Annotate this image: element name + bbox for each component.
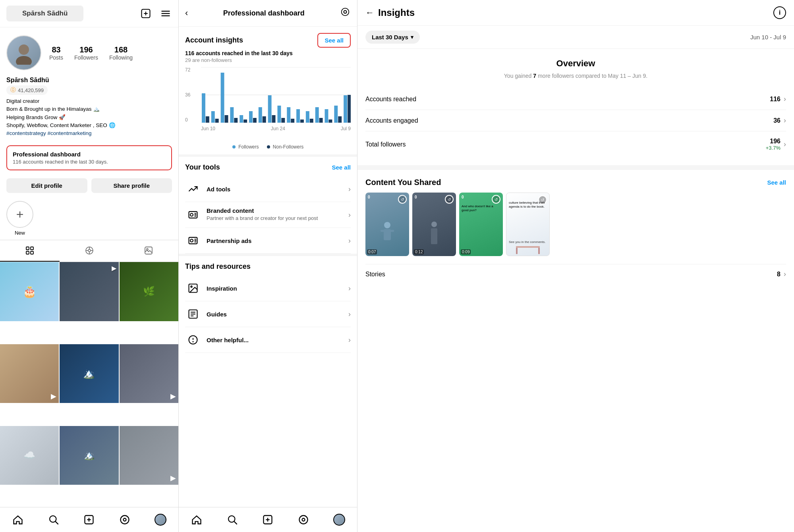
photo-cell-8[interactable]: 🏔️ bbox=[60, 426, 118, 485]
tool-guides[interactable]: Guides › bbox=[185, 301, 351, 327]
account-insights-see-all[interactable]: See all bbox=[317, 33, 351, 48]
menu-icon[interactable] bbox=[159, 7, 172, 20]
svg-point-82 bbox=[193, 341, 193, 342]
svg-rect-10 bbox=[26, 251, 29, 254]
stat-accounts-reached[interactable]: Accounts reached 116 › bbox=[365, 89, 786, 110]
tool-ad-tools[interactable]: Ad tools › bbox=[185, 176, 351, 202]
stories-value-row: 8 › bbox=[777, 270, 786, 278]
branded-content-desc: Partner with a brand or creator for your… bbox=[207, 215, 343, 222]
nav-reels[interactable] bbox=[107, 511, 143, 528]
thumb-text-3: And who doesn't like a good pun? bbox=[462, 204, 500, 213]
content-see-all[interactable]: See all bbox=[767, 179, 786, 186]
thumb-num-1: 0 bbox=[368, 195, 370, 199]
tool-other[interactable]: Other helpful... › bbox=[185, 327, 351, 353]
x-label-jun24: Jun 24 bbox=[271, 126, 285, 131]
new-label: New bbox=[15, 230, 25, 236]
new-story-button[interactable]: + bbox=[6, 201, 33, 228]
photo-cell-7[interactable]: ☁️ bbox=[0, 426, 59, 485]
profile-stats: 83 Posts 196 Followers 168 Following bbox=[49, 45, 133, 61]
info-icon[interactable]: i bbox=[773, 6, 786, 19]
inspiration-icon bbox=[185, 280, 201, 296]
dashboard-topbar: ‹ Professional dashboard bbox=[179, 0, 357, 27]
stat-accounts-engaged[interactable]: Accounts engaged 36 › bbox=[365, 110, 786, 131]
branded-content-text: Branded content Partner with a brand or … bbox=[207, 207, 343, 222]
non-followers-text: 29 are non-followers bbox=[185, 57, 351, 63]
thumb-overlay-1: ↺ bbox=[398, 195, 407, 204]
svg-rect-56 bbox=[315, 107, 319, 123]
tool-inspiration[interactable]: Inspiration › bbox=[185, 276, 351, 301]
add-post-icon[interactable] bbox=[139, 7, 152, 20]
edit-profile-button[interactable]: Edit profile bbox=[6, 178, 87, 193]
tips-title: Tips and resources bbox=[185, 262, 351, 271]
tab-reels[interactable] bbox=[60, 240, 119, 262]
svg-rect-49 bbox=[281, 118, 285, 123]
date-filter-dropdown[interactable]: Last 30 Days ▾ bbox=[365, 31, 420, 44]
nav-profile[interactable] bbox=[143, 511, 178, 528]
followers-stat: 196 Followers bbox=[74, 45, 98, 61]
tool-branded-content[interactable]: Branded content Partner with a brand or … bbox=[185, 202, 351, 228]
filter-label: Last 30 Days bbox=[372, 34, 408, 40]
tab-grid[interactable] bbox=[0, 240, 60, 262]
nav-add[interactable] bbox=[71, 511, 107, 528]
thumb-card-4[interactable]: ↺ culture believing that their agenda is… bbox=[506, 193, 550, 256]
dashboard-back-button[interactable]: ‹ bbox=[185, 8, 188, 18]
svg-rect-95 bbox=[431, 228, 437, 244]
profile-panel: Spārsh Sādhü bbox=[0, 0, 179, 532]
tool-partnership-ads[interactable]: Partnership ads › bbox=[185, 228, 351, 254]
svg-point-89 bbox=[302, 519, 305, 521]
dash-nav-profile[interactable] bbox=[321, 511, 357, 528]
thumb-card-3[interactable]: ↺ 0 And who doesn't like a good pun? 0:0… bbox=[459, 193, 503, 256]
svg-point-27 bbox=[342, 8, 349, 16]
insights-back-button[interactable]: ← bbox=[365, 8, 374, 18]
stat-val-row-engaged: 36 › bbox=[773, 116, 786, 125]
other-chevron: › bbox=[348, 336, 351, 344]
svg-rect-51 bbox=[291, 119, 294, 123]
tab-tagged[interactable] bbox=[119, 240, 178, 262]
svg-rect-32 bbox=[202, 93, 205, 123]
photo-cell-3[interactable]: 🌿 bbox=[120, 262, 178, 321]
bio-hashtags: #contentstrategy #contentmarketing bbox=[6, 129, 172, 137]
photo-cell-4[interactable]: ▶ bbox=[0, 344, 59, 403]
thumb-card-1[interactable]: ↺ 0 0:07 bbox=[365, 193, 409, 256]
nav-search[interactable] bbox=[36, 511, 71, 528]
svg-rect-40 bbox=[240, 115, 243, 123]
account-insights-title: Account insights bbox=[185, 36, 243, 44]
thumb-card-2[interactable]: ↺ 0 0:12 bbox=[412, 193, 456, 256]
svg-rect-47 bbox=[272, 115, 276, 123]
dash-nav-search[interactable] bbox=[214, 511, 250, 528]
stories-row[interactable]: Stories 8 › bbox=[365, 264, 786, 284]
svg-rect-37 bbox=[225, 115, 228, 123]
photo-cell-1[interactable]: 🎂 bbox=[0, 262, 59, 321]
posts-stat: 83 Posts bbox=[49, 45, 63, 61]
other-text: Other helpful... bbox=[207, 337, 343, 343]
share-profile-button[interactable]: Share profile bbox=[91, 178, 172, 193]
notification-icon[interactable] bbox=[340, 6, 351, 20]
professional-dashboard-box[interactable]: Professional dashboard 116 accounts reac… bbox=[6, 145, 172, 170]
branded-content-icon bbox=[185, 207, 201, 223]
insights-topbar: ← Insights i bbox=[357, 0, 794, 26]
stat-val-row-followers: 196 +3.7% › bbox=[766, 138, 786, 151]
tools-see-all[interactable]: See all bbox=[332, 164, 351, 171]
content-shared-header: Content You Shared See all bbox=[365, 178, 786, 187]
photo-cell-9[interactable]: ▶ bbox=[120, 426, 178, 485]
svg-rect-44 bbox=[259, 107, 262, 123]
stat-val-total-followers: 196 bbox=[770, 138, 780, 145]
bottom-nav-profile bbox=[0, 507, 178, 532]
photo-cell-2[interactable]: ▶ bbox=[60, 262, 118, 321]
partnership-ads-icon bbox=[185, 233, 201, 249]
dash-nav-home[interactable] bbox=[179, 511, 214, 528]
photo-cell-6[interactable]: ▶ bbox=[120, 344, 178, 403]
svg-rect-9 bbox=[31, 247, 33, 250]
thumb-overlay-3: ↺ bbox=[492, 195, 500, 204]
thumb-num-3: 0 bbox=[462, 195, 464, 199]
profile-coins: ⓪ 41,420,599 bbox=[6, 85, 48, 95]
dash-nav-reels[interactable] bbox=[286, 511, 321, 528]
photo-cell-5[interactable]: 🏔️ bbox=[60, 344, 118, 403]
chart-svg bbox=[201, 67, 351, 123]
nav-home[interactable] bbox=[0, 511, 36, 528]
stat-total-followers[interactable]: Total followers 196 +3.7% › bbox=[365, 131, 786, 157]
inspiration-text: Inspiration bbox=[207, 285, 343, 292]
ad-tools-icon bbox=[185, 181, 201, 197]
dash-nav-add[interactable] bbox=[250, 511, 286, 528]
pd-subtitle: 116 accounts reached in the last 30 days… bbox=[13, 159, 166, 165]
